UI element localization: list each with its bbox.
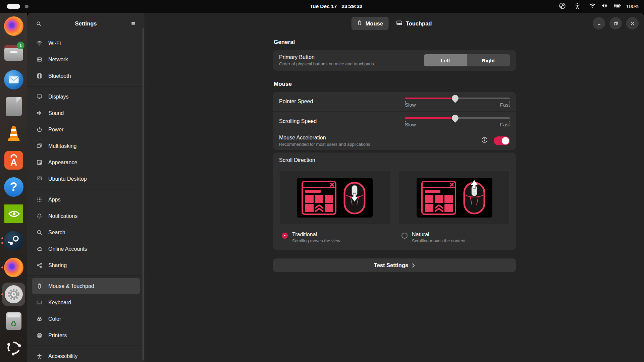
- thunderbird-icon: [4, 70, 23, 89]
- sidebar-item-online-accounts[interactable]: Online Accounts: [32, 241, 140, 257]
- sidebar-item-accessibility[interactable]: Accessibility: [32, 348, 140, 362]
- sidebar-item-label: Notifications: [48, 213, 77, 219]
- sidebar-item-label: Network: [48, 57, 68, 63]
- tab-label: Mouse: [366, 20, 383, 27]
- steam-tray-icon[interactable]: [559, 2, 566, 11]
- dock-item-help[interactable]: ?: [0, 174, 27, 200]
- dock-item-ubuntu[interactable]: [0, 335, 27, 361]
- color-icon: [36, 316, 43, 322]
- dock-item-vlc[interactable]: [0, 120, 27, 147]
- running-indicator: [1, 266, 3, 268]
- pointer-speed-slider[interactable]: Slow Fast: [405, 96, 510, 108]
- slider-track[interactable]: [405, 98, 510, 99]
- traditional-radio[interactable]: [282, 233, 288, 239]
- menu-button[interactable]: [128, 18, 139, 29]
- sidebar-item-search[interactable]: Search: [32, 224, 140, 241]
- sidebar-item-apps[interactable]: Apps: [32, 191, 140, 208]
- info-icon[interactable]: [481, 137, 488, 144]
- workspace-indicator[interactable]: [7, 4, 29, 9]
- sidebar-item-color[interactable]: Color: [32, 311, 140, 327]
- scrolling-speed-slider[interactable]: Slow Fast: [405, 115, 510, 127]
- sidebar-item-wifi[interactable]: Wi-Fi: [32, 35, 140, 51]
- dock-item-steam[interactable]: [0, 227, 27, 254]
- sidebar-item-appearance[interactable]: Appearance: [32, 154, 140, 171]
- sidebar-item-label: Sharing: [48, 262, 67, 268]
- sidebar-item-sound[interactable]: Sound: [32, 105, 140, 121]
- sidebar-item-bluetooth[interactable]: Bluetooth: [32, 68, 140, 84]
- dock-item-thunderbird[interactable]: [0, 66, 27, 93]
- slider-track[interactable]: [405, 117, 510, 119]
- dock: 1A?♻: [0, 13, 27, 362]
- sidebar-item-mouse[interactable]: Mouse & Touchpad: [32, 278, 140, 294]
- main-pane: Mouse Touchpad: [145, 13, 644, 362]
- general-card: Primary Button Order of physical buttons…: [273, 50, 516, 71]
- online-accounts-icon: [36, 246, 43, 252]
- volume-icon[interactable]: [601, 2, 608, 10]
- sidebar-item-label: Search: [48, 230, 65, 236]
- primary-right-button[interactable]: Right: [467, 54, 510, 66]
- primary-left-button[interactable]: Left: [424, 54, 467, 66]
- workspace-dot[interactable]: [25, 5, 29, 8]
- sidebar-item-displays[interactable]: Displays: [32, 88, 140, 105]
- maximize-button[interactable]: [609, 17, 622, 29]
- sidebar-item-label: Accessibility: [48, 353, 77, 359]
- clock-time: 23:29:32: [341, 3, 362, 9]
- printers-icon: [36, 332, 43, 339]
- dock-item-app-center[interactable]: A: [0, 147, 27, 174]
- dock-item-libreoffice[interactable]: [0, 93, 27, 120]
- natural-illustration-box[interactable]: [399, 171, 510, 225]
- multitasking-icon: [36, 143, 43, 149]
- mouse-acceleration-toggle[interactable]: [494, 136, 510, 145]
- ubuntu-icon: [5, 339, 23, 357]
- slider-fill: [405, 117, 455, 119]
- sidebar-scrollbar[interactable]: [143, 28, 144, 360]
- natural-radio[interactable]: [401, 233, 408, 239]
- traditional-illustration-box[interactable]: [279, 171, 390, 225]
- sound-icon: [36, 110, 43, 117]
- mouse-acceleration-subtitle: Recommended for most users and applicati…: [279, 142, 370, 147]
- pointer-speed-row: Pointer Speed Slow Fast: [273, 92, 516, 111]
- sidebar-item-sharing[interactable]: Sharing: [32, 257, 140, 274]
- tab-mouse[interactable]: Mouse: [352, 17, 389, 30]
- slow-label: Slow: [405, 102, 416, 108]
- sidebar-item-multitasking[interactable]: Multitasking: [32, 138, 140, 154]
- dock-item-firefox[interactable]: [0, 13, 27, 40]
- slider-handle[interactable]: [450, 94, 460, 103]
- window-controls: [593, 17, 639, 29]
- mouse-acceleration-row: Mouse Acceleration Recommended for most …: [273, 131, 516, 150]
- dock-item-nvidia[interactable]: [0, 200, 27, 227]
- minimize-button[interactable]: [593, 17, 605, 29]
- accessibility-status-icon[interactable]: [574, 2, 581, 11]
- dock-item-firefox-2[interactable]: [0, 254, 27, 281]
- workspace-active-pill[interactable]: [7, 4, 20, 9]
- bluetooth-icon: [36, 73, 43, 79]
- traditional-option[interactable]: Traditional Scrolling moves the view: [279, 232, 390, 243]
- dock-item-settings[interactable]: [0, 281, 27, 308]
- tab-touchpad[interactable]: Touchpad: [391, 17, 438, 30]
- wifi-status-icon[interactable]: [589, 2, 596, 10]
- running-indicator: [1, 237, 3, 244]
- natural-option[interactable]: Natural Scrolling moves the content: [399, 232, 510, 243]
- sidebar-item-ubuntu-desktop[interactable]: Ubuntu Desktop: [32, 171, 140, 187]
- sidebar-separator: [27, 189, 145, 189]
- sidebar-item-printers[interactable]: Printers: [32, 327, 140, 344]
- slider-handle[interactable]: [450, 113, 460, 122]
- search-button[interactable]: [33, 18, 44, 29]
- sidebar-item-power[interactable]: Power: [32, 121, 140, 138]
- sidebar-item-network[interactable]: Network: [32, 51, 140, 68]
- sidebar-item-notifications[interactable]: Notifications: [32, 208, 140, 224]
- wifi-icon: [36, 40, 43, 47]
- system-status-area[interactable]: 100%: [559, 0, 639, 13]
- traditional-subtitle: Scrolling moves the view: [292, 238, 340, 243]
- mouse-card: Pointer Speed Slow Fast: [273, 92, 516, 150]
- displays-icon: [36, 94, 43, 100]
- battery-charging-icon[interactable]: [612, 2, 622, 10]
- top-bar: Tue Dec 17 23:29:32: [0, 0, 644, 13]
- settings-window: Settings Wi-FiNetworkBluetoothDisplaysSo…: [27, 13, 644, 362]
- test-settings-button[interactable]: Test Settings: [273, 258, 516, 272]
- close-button[interactable]: [626, 17, 639, 29]
- sidebar-item-keyboard[interactable]: Keyboard: [32, 294, 140, 311]
- clock[interactable]: Tue Dec 17 23:29:32: [310, 3, 363, 9]
- dock-item-trash[interactable]: ♻: [0, 308, 27, 335]
- dock-item-files[interactable]: 1: [0, 40, 27, 66]
